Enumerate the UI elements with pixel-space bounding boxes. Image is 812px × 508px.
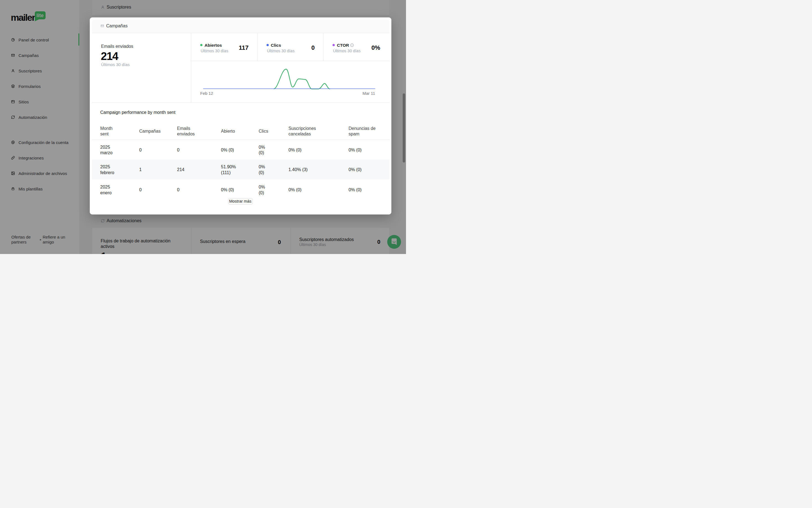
svg-text:Feb 12: Feb 12 <box>200 91 213 96</box>
svg-text:Mar 11: Mar 11 <box>362 91 375 96</box>
